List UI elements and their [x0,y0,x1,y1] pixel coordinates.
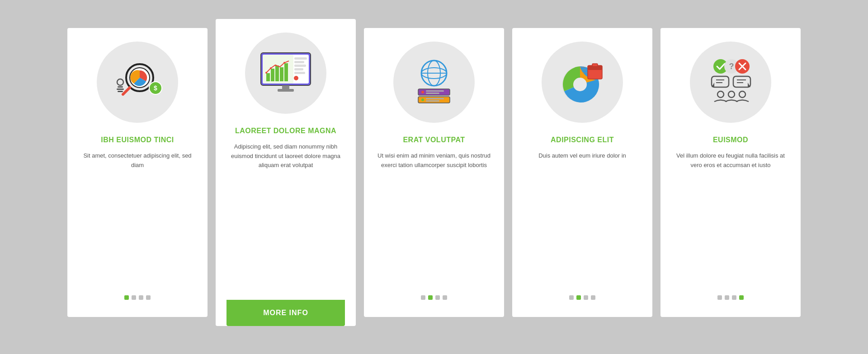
dot [421,295,425,300]
svg-point-18 [265,72,267,74]
svg-text:?: ? [729,62,734,71]
svg-point-38 [421,98,424,101]
svg-rect-28 [278,89,294,92]
card-2-desc: Adipiscing elit, sed diam nonummy nibh e… [226,142,345,300]
svg-point-20 [283,62,285,64]
svg-point-19 [270,67,272,69]
icon-circle-4 [542,42,623,123]
card-3-dots [421,295,447,300]
card-1-title: IBH EUISMOD TINCI [101,135,174,145]
dot [569,295,574,300]
dot [428,295,433,300]
icon-circle-1: $ [97,42,178,123]
pie-delivery-icon [555,57,609,107]
icon-circle-5: ? [690,42,771,123]
svg-point-4 [117,79,123,85]
dot [725,295,729,300]
svg-point-63 [717,91,724,98]
dot [139,295,143,300]
svg-rect-27 [282,85,289,89]
svg-rect-13 [266,73,270,81]
card-5: ? [660,28,801,317]
card-2-title: LAOREET DOLORE MAGNA [235,126,336,136]
svg-point-64 [728,91,735,98]
more-info-button[interactable]: MORE INFO [226,300,345,326]
svg-rect-15 [275,65,279,81]
svg-rect-16 [280,67,283,81]
card-5-dots [717,295,744,300]
card-3-title: ERAT VOLUTPAT [403,135,465,145]
svg-rect-40 [426,100,439,102]
svg-rect-22 [294,61,304,63]
dot [443,295,447,300]
globe-server-icon [407,57,461,107]
card-1-desc: Sit amet, consectetuer adipiscing elit, … [78,151,197,284]
svg-rect-21 [294,57,307,60]
dot [124,295,129,300]
analytics-search-icon: $ [110,57,165,107]
svg-text:$: $ [154,84,157,92]
svg-rect-5 [118,86,123,88]
svg-rect-7 [118,91,123,92]
monitor-chart-icon [256,48,315,98]
card-4-title: ADIPISCING ELIT [551,135,614,145]
dot [591,295,595,300]
svg-rect-35 [426,90,444,92]
svg-rect-36 [426,93,439,94]
dot [132,295,136,300]
svg-point-65 [739,91,745,98]
card-2: LAOREET DOLORE MAGNA Adipiscing elit, se… [216,19,356,326]
card-5-desc: Vel illum dolore eu feugiat nulla facili… [671,151,790,284]
dot [739,295,744,300]
dot [146,295,151,300]
card-1: $ IBH EUISMOD TINCI Sit amet, consectetu… [67,28,208,317]
svg-point-42 [573,78,587,91]
icon-circle-2 [245,33,326,114]
icon-circle-3 [393,42,475,123]
card-3: ERAT VOLUTPAT Ut wisi enim ad minim veni… [364,28,504,317]
svg-rect-24 [294,68,303,70]
svg-line-3 [123,88,130,94]
card-5-title: EUISMOD [713,135,748,145]
qa-chat-icon: ? [703,56,758,108]
svg-rect-14 [271,69,274,81]
card-4-dots [569,295,595,300]
cards-container: $ IBH EUISMOD TINCI Sit amet, consectetu… [40,10,828,344]
svg-rect-39 [426,98,444,99]
svg-rect-25 [294,72,305,74]
svg-rect-17 [284,63,288,81]
card-1-dots [124,295,151,300]
card-4-desc: Duis autem vel eum iriure dolor in [538,151,626,284]
dot [584,295,588,300]
dot [435,295,440,300]
svg-point-26 [294,76,298,80]
svg-rect-6 [117,88,124,90]
card-3-desc: Ut wisi enim ad minim veniam, quis nostr… [375,151,493,284]
svg-rect-45 [592,64,598,66]
dot [576,295,581,300]
dot [732,295,736,300]
svg-rect-23 [294,65,306,67]
dot [717,295,722,300]
svg-point-34 [421,91,424,93]
card-4: ADIPISCING ELIT Duis autem vel eum iriur… [512,28,652,317]
